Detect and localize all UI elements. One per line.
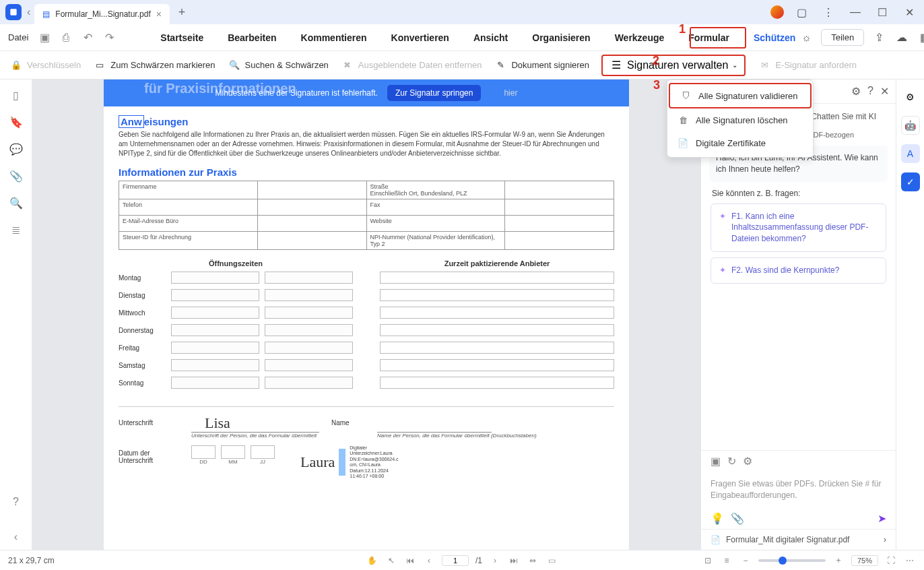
help-icon[interactable]: ? <box>9 495 24 509</box>
signature-section: Unterschrift Lisa Unterschrift der Perso… <box>119 406 614 479</box>
delete-all-signatures-item[interactable]: 🗑 Alle Signaturen löschen <box>667 108 813 131</box>
ai-robot-icon[interactable]: 🤖 <box>901 116 920 135</box>
print-icon[interactable]: ⎙ <box>58 30 74 46</box>
instructions-heading: Anweisungen <box>119 116 614 127</box>
zoom-in-icon[interactable]: + <box>832 556 845 565</box>
document-tab[interactable]: ▤ Formular_Mi...Signatur.pdf × <box>34 4 170 24</box>
maximize-icon[interactable]: ☐ <box>873 3 892 22</box>
first-page-icon[interactable]: ⏮ <box>404 556 416 565</box>
ai-input-area[interactable]: Fragen Sie etwas über PDFs. Drücken Sie … <box>701 472 896 508</box>
zoom-slider[interactable] <box>758 559 826 562</box>
share2-icon[interactable]: ⇪ <box>871 30 887 46</box>
validate-all-signatures-item[interactable]: ⛉ Alle Signaturen validieren <box>669 83 812 108</box>
search-redact-icon: 🔍 <box>228 59 241 72</box>
chevron-left-rail-icon[interactable]: ‹ <box>9 530 24 544</box>
tab-ansicht[interactable]: Ansicht <box>471 27 510 49</box>
kebab-menu-icon[interactable]: ⋮ <box>819 3 838 22</box>
hand-tool-icon[interactable]: ✋ <box>366 556 378 565</box>
fit-width-icon[interactable]: ⇔ <box>527 556 539 565</box>
tab-organisieren[interactable]: Organisieren <box>529 27 593 49</box>
tab-kommentieren[interactable]: Kommentieren <box>298 27 370 49</box>
document-viewport[interactable]: für Praxisinformationen Mindestens eine … <box>32 80 700 550</box>
last-page-icon[interactable]: ⏭ <box>508 556 520 565</box>
window-layout-icon[interactable]: ▢ <box>792 3 811 22</box>
jump-to-signature-button[interactable]: Zur Signatur springen <box>387 85 481 101</box>
share-button[interactable]: Teilen <box>821 29 864 46</box>
lightbulb-icon[interactable]: 💡 <box>711 512 724 525</box>
sign-document-button[interactable]: ✎ Dokument signieren <box>494 59 589 72</box>
app-logo-icon[interactable] <box>5 4 22 20</box>
panel-help-icon[interactable]: ? <box>867 85 873 98</box>
history-icon[interactable]: ↻ <box>727 455 736 468</box>
panel-settings-icon[interactable]: ⚙ <box>851 85 861 98</box>
name-field[interactable] <box>377 415 492 433</box>
tab-bearbeiten[interactable]: Bearbeiten <box>225 27 279 49</box>
search-redact-button[interactable]: 🔍 Suchen & Schwärzen <box>228 59 329 72</box>
tab-schuetzen[interactable]: Schützen <box>751 27 798 49</box>
encrypt-button[interactable]: 🔒 Verschlüsseln <box>9 59 81 72</box>
date-dd-field[interactable] <box>191 445 216 459</box>
digital-signature-stamp[interactable]: Laura Digitaler Unterzeichner:Laura DN:E… <box>300 445 399 479</box>
tab-werkzeuge[interactable]: Werkzeuge <box>612 27 667 49</box>
more-status-icon[interactable]: ⋯ <box>904 556 916 565</box>
toolbox-icon-1[interactable]: ▣ <box>711 455 721 468</box>
date-jj-field[interactable] <box>251 445 275 459</box>
page-number-input[interactable] <box>442 555 469 566</box>
more-icon[interactable]: ▦ <box>917 30 924 46</box>
zoom-percent[interactable]: 75% <box>851 555 878 566</box>
close-tab-icon[interactable]: × <box>156 9 162 20</box>
select-tool-icon[interactable]: ↖ <box>385 556 397 565</box>
pdf-icon: ▤ <box>42 9 50 19</box>
banner-bg-title: für Praxisinformationen <box>144 81 296 96</box>
chevron-left-icon[interactable]: ‹ <box>27 6 30 18</box>
tab-startseite[interactable]: Startseite <box>158 27 206 49</box>
check-rail-icon[interactable]: ✓ <box>901 172 920 191</box>
read-mode-icon[interactable]: ▭ <box>546 556 558 565</box>
attachments-icon[interactable]: 📎 <box>9 168 24 183</box>
thumbnails-icon[interactable]: ▯ <box>9 88 24 102</box>
scroll-mode-icon[interactable]: ≡ <box>721 556 733 565</box>
comments-icon[interactable]: 💬 <box>9 141 24 156</box>
undo-icon[interactable]: ↶ <box>79 30 96 46</box>
redo-icon[interactable]: ↷ <box>101 30 117 46</box>
view-mode-icon[interactable]: ⊡ <box>702 556 714 565</box>
search-icon[interactable]: 🔍 <box>9 195 24 210</box>
fullscreen-icon[interactable]: ⛶ <box>885 556 897 565</box>
next-page-icon[interactable]: › <box>489 556 501 565</box>
zoom-out-icon[interactable]: − <box>739 556 752 565</box>
attach-icon[interactable]: 📎 <box>731 512 744 525</box>
cloud-icon[interactable]: ☁ <box>894 30 910 46</box>
signature-field[interactable]: Lisa <box>191 415 319 433</box>
translate-icon[interactable]: A <box>901 144 920 163</box>
add-tab-button[interactable]: + <box>172 3 191 22</box>
minimize-icon[interactable]: — <box>846 3 865 22</box>
request-esignature-button[interactable]: ✉ E-Signatur anfordern <box>758 59 857 72</box>
trash-icon: 🗑 <box>677 114 689 126</box>
opening-hours-section: Öffnungszeiten MontagDienstagMittwochDon… <box>119 259 353 394</box>
shield-check-icon: ⛉ <box>680 90 692 102</box>
tab-konvertieren[interactable]: Konvertieren <box>389 27 452 49</box>
settings-rail-icon[interactable]: ⚙ <box>901 88 920 106</box>
close-window-icon[interactable]: ✕ <box>900 3 919 22</box>
bookmarks-icon[interactable]: 🔖 <box>9 115 24 129</box>
gear-icon[interactable]: ⚙ <box>743 455 752 468</box>
ai-file-context[interactable]: 📄 Formular_Mit digitaler Signatur.pdf › <box>701 529 896 550</box>
layers-icon[interactable]: ≣ <box>9 222 24 237</box>
save-icon[interactable]: ▣ <box>36 30 53 46</box>
date-mm-field[interactable] <box>221 445 245 459</box>
manage-signatures-dropdown[interactable]: ☰ Signaturen verwalten ⌄ <box>601 55 746 76</box>
user-avatar[interactable] <box>770 5 784 19</box>
theme-icon[interactable]: ☼ <box>798 30 814 46</box>
banner-hier-text: hier <box>504 88 517 98</box>
file-menu[interactable]: Datei <box>8 32 28 42</box>
remove-hidden-button[interactable]: ✖ Ausgeblendete Daten entfernen <box>341 59 482 72</box>
digital-certificates-item[interactable]: 📄 Digitale Zertifikate <box>667 131 813 154</box>
panel-close-icon[interactable]: ✕ <box>880 85 889 98</box>
redact-mark-icon: ▭ <box>93 59 106 72</box>
send-icon[interactable]: ➤ <box>878 512 886 525</box>
prev-page-icon[interactable]: ‹ <box>423 556 435 565</box>
mark-redact-button[interactable]: ▭ Zum Schwärzen markieren <box>93 59 215 72</box>
protect-toolbar: 🔒 Verschlüsseln ▭ Zum Schwärzen markiere… <box>0 51 924 80</box>
suggestion-2[interactable]: ✦F2. Was sind die Kernpunkte? <box>711 257 886 284</box>
suggestion-1[interactable]: ✦F1. Kann ich eine Inhaltszusammenfassun… <box>711 203 886 252</box>
